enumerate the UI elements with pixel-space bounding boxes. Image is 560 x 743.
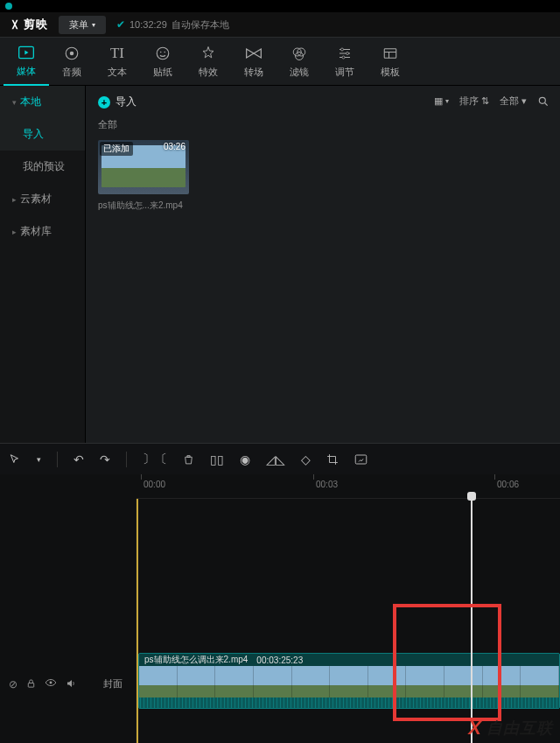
audio-icon [64,44,80,63]
ruler-tick: 00:00 [144,480,165,489]
scissors-icon [9,18,21,31]
svg-point-9 [341,48,344,51]
adjust-icon [337,44,353,63]
search-button[interactable] [537,95,550,108]
filter-icon: ▾ [522,95,527,107]
clip-header: ps辅助线怎么调出来2.mp4 00:03:25:23 [139,654,559,666]
sort-button[interactable]: 排序 ⇅ [459,95,489,108]
record-button[interactable]: ◉ [240,452,250,466]
tab-transition[interactable]: 转场 [231,37,276,86]
watermark-text: 自由互联 [486,718,553,739]
svg-point-11 [342,56,345,59]
effects-icon [200,44,216,63]
filter-icon [291,44,307,63]
app-dot-icon [5,3,12,10]
autosave-status: ✔ 10:32:29 自动保存本地 [116,18,229,32]
menu-label: 菜单 [69,18,88,32]
ruler-tick: 00:06 [497,480,519,489]
razor-button[interactable]: ▯▯ [210,452,224,466]
clip-waveform [139,697,559,709]
window-titlebar [0,0,560,12]
tab-audio[interactable]: 音频 [49,37,94,86]
sidebar-item-presets[interactable]: 我的预设 [0,151,85,183]
timeline[interactable]: 00:00 00:03 00:06 ⊘ 封面 ps辅助线怎么调出来2. [0,474,560,743]
chevron-down-icon: ▾ [445,97,449,105]
clip-name: ps辅助线怎...来2.mp4 [98,200,189,212]
eye-toggle[interactable] [45,678,57,690]
svg-rect-14 [355,455,367,464]
split-button[interactable]: 〕〔 [143,452,167,467]
ruler-tick: 00:03 [316,480,338,489]
svg-point-10 [346,53,349,55]
media-icon [18,43,35,62]
filter-button[interactable]: 全部 ▾ [500,95,527,108]
lock-toggle[interactable] [26,678,36,690]
svg-point-4 [160,52,162,53]
delete-button[interactable] [183,453,194,466]
svg-point-13 [539,97,545,103]
crop-button[interactable] [326,453,339,466]
sidebar-item-library[interactable]: ▸ 素材库 [0,215,85,248]
view-grid-button[interactable]: ▦ ▾ [434,95,449,107]
chevron-down-icon: ▾ [12,98,17,107]
mirror-button[interactable]: ◿◺ [266,452,285,466]
check-icon: ✔ [116,18,125,31]
tab-sticker[interactable]: 贴纸 [140,37,186,86]
video-clip[interactable]: ps辅助线怎么调出来2.mp4 00:03:25:23 [138,653,560,709]
rotate-button[interactable]: ◇ [301,452,311,466]
select-tool[interactable] [9,453,21,466]
cover-label[interactable]: 封面 [103,677,122,690]
svg-rect-15 [28,683,33,688]
transition-icon [245,44,262,63]
sticker-icon [155,44,171,63]
autosave-text: 自动保存本地 [172,18,229,32]
menubar: 剪映 菜单 ▾ ✔ 10:32:29 自动保存本地 [0,12,560,37]
added-badge: 已添加 [100,142,133,156]
redo-button[interactable]: ↷ [100,452,110,466]
template-icon [382,44,398,63]
chevron-down-icon[interactable]: ▾ [37,455,41,464]
smart-button[interactable] [354,453,368,466]
sidebar-item-local[interactable]: ▾ 本地 [0,86,85,118]
app-logo: 剪映 [9,17,48,32]
track-area[interactable]: ⊘ 封面 ps辅助线怎么调出来2.mp4 00:03:25:23 [0,499,560,743]
search-icon [537,95,550,108]
media-panel: + 导入 ▦ ▾ 排序 ⇅ 全部 ▾ 全部 已添加 [86,86,560,443]
media-clip[interactable]: 已添加 03:26 ps辅助线怎...来2.mp4 [98,140,189,212]
clip-thumbnail: 已添加 03:26 [98,140,189,194]
tab-text[interactable]: TI 文本 [94,37,140,86]
time-ruler[interactable]: 00:00 00:03 00:06 [136,474,560,499]
chevron-right-icon: ▸ [12,195,17,204]
chevron-right-icon: ▸ [12,228,17,236]
svg-point-16 [50,682,52,684]
text-icon: TI [110,44,124,63]
mute-toggle[interactable] [66,678,76,690]
clip-duration: 03:26 [164,142,186,151]
track-header: ⊘ 封面 [0,499,136,743]
tab-media[interactable]: 媒体 [4,37,49,86]
watermark-x-icon: X [468,717,481,739]
import-button[interactable]: + 导入 [98,95,136,109]
chevron-down-icon: ▾ [92,21,95,29]
svg-point-5 [164,52,166,53]
link-toggle[interactable]: ⊘ [9,678,18,690]
tab-adjust[interactable]: 调节 [322,37,368,86]
svg-rect-12 [384,49,396,59]
plus-icon: + [98,96,110,109]
undo-button[interactable]: ↶ [74,452,84,466]
playhead[interactable] [471,494,472,743]
all-label: 全部 [98,118,548,131]
clip-frames [139,666,559,697]
timeline-toolbar: ▾ ↶ ↷ 〕〔 ▯▯ ◉ ◿◺ ◇ [0,443,560,474]
clip-timecode: 00:03:25:23 [256,655,303,665]
grid-icon: ▦ [434,95,443,107]
tab-filter[interactable]: 滤镜 [276,37,322,86]
sidebar-item-import[interactable]: 导入 [0,118,85,151]
tab-template[interactable]: 模板 [368,37,413,86]
category-toolbar: 媒体 音频 TI 文本 贴纸 特效 转场 滤镜 [0,37,560,86]
tab-effects[interactable]: 特效 [186,37,231,86]
sort-icon: ⇅ [481,95,489,107]
menu-button[interactable]: 菜单 ▾ [59,16,106,34]
svg-point-3 [157,47,169,60]
sidebar-item-cloud[interactable]: ▸ 云素材 [0,183,85,215]
